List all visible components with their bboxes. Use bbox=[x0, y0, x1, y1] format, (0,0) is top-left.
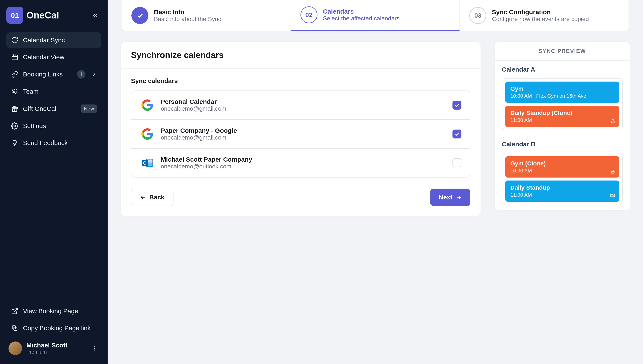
chevron-double-left-icon bbox=[92, 12, 99, 19]
link-icon bbox=[11, 70, 19, 78]
nav-calendar-sync[interactable]: Calendar Sync bbox=[6, 32, 101, 48]
calendar-row[interactable]: Personal Calendar onecaldemo@gmail.com bbox=[131, 91, 470, 119]
users-icon bbox=[11, 88, 19, 96]
step-sync-config[interactable]: 03 Sync Configuration Configure how the … bbox=[460, 0, 628, 31]
svg-point-1 bbox=[13, 89, 15, 92]
more-vertical-icon bbox=[91, 345, 97, 351]
view-booking-page[interactable]: View Booking Page bbox=[6, 303, 101, 319]
lock-icon bbox=[610, 169, 615, 174]
preview-card: SYNC PREVIEW Calendar A Gym 10:00 AM · F… bbox=[494, 42, 630, 211]
google-icon bbox=[140, 126, 155, 142]
event-group: Gym (Clone) 10:00 AM Daily Standup 11:00… bbox=[502, 153, 622, 205]
nav-label: Booking Links bbox=[23, 71, 63, 78]
sidebar-bottom: View Booking Page Copy Booking Page link… bbox=[6, 303, 101, 357]
main-card: Synchronize calendars Sync calendars Per… bbox=[120, 42, 481, 216]
preview-event: Gym (Clone) 10:00 AM bbox=[505, 156, 619, 178]
main: Basic Info Basic info about the Sync 02 … bbox=[108, 0, 643, 364]
user-name: Michael Scott bbox=[26, 342, 67, 349]
card-body: Sync calendars Personal Calendar onecald… bbox=[121, 69, 481, 216]
nav-label: Settings bbox=[23, 122, 46, 130]
nav-feedback[interactable]: Send Feedback bbox=[6, 135, 101, 151]
nav-label: View Booking Page bbox=[23, 308, 78, 315]
card-header: Synchronize calendars bbox=[121, 42, 481, 69]
svg-rect-17 bbox=[610, 194, 613, 197]
svg-point-7 bbox=[94, 346, 95, 347]
svg-text:O: O bbox=[143, 160, 147, 166]
calendar-checkbox[interactable] bbox=[453, 158, 461, 167]
calendar-checkbox[interactable] bbox=[453, 101, 461, 110]
outlook-icon: O bbox=[140, 156, 155, 170]
check-icon bbox=[454, 131, 460, 137]
calendar-row[interactable]: Paper Company - Google onecaldemo@gmail.… bbox=[131, 119, 470, 148]
step-sub: Configure how the events are copied bbox=[492, 16, 589, 22]
nav-label: Calendar Sync bbox=[23, 36, 65, 44]
nav-gift[interactable]: Gift OneCal New bbox=[6, 101, 101, 117]
event-group: Gym 10:00 AM · Flex Gym on 16th Ave Dail… bbox=[502, 78, 622, 130]
content-row: Synchronize calendars Sync calendars Per… bbox=[120, 42, 630, 216]
badge-count: 1 bbox=[77, 70, 86, 78]
logo[interactable]: 01 OneCal bbox=[6, 7, 59, 24]
lightbulb-icon bbox=[11, 139, 19, 147]
user-menu-button[interactable] bbox=[90, 344, 99, 353]
copy-booking-link[interactable]: Copy Booking Page link bbox=[6, 320, 101, 336]
preview-header: SYNC PREVIEW bbox=[495, 42, 630, 61]
nav-label: Gift OneCal bbox=[23, 105, 56, 112]
event-title: Gym bbox=[510, 85, 614, 92]
nav-settings[interactable]: Settings bbox=[6, 118, 101, 134]
nav-calendar-view[interactable]: Calendar View bbox=[6, 49, 101, 65]
calendar-checkbox[interactable] bbox=[453, 130, 461, 138]
svg-point-8 bbox=[94, 348, 95, 349]
calendar-list: Personal Calendar onecaldemo@gmail.com bbox=[131, 90, 470, 178]
step-calendars[interactable]: 02 Calendars Select the affected calenda… bbox=[291, 0, 460, 31]
back-button[interactable]: Back bbox=[131, 188, 173, 206]
lock-icon bbox=[610, 118, 615, 124]
calendar-icon bbox=[11, 53, 19, 61]
next-button[interactable]: Next bbox=[430, 188, 470, 206]
sidebar: 01 OneCal Calendar Sync Calendar View Bo… bbox=[0, 0, 108, 364]
calendar-name: Personal Calendar bbox=[161, 98, 227, 105]
step-number: 02 bbox=[300, 6, 317, 23]
svg-rect-0 bbox=[12, 55, 18, 60]
calendar-email: onecaldemo@outlook.com bbox=[161, 163, 252, 170]
event-meta: 11:00 AM bbox=[510, 192, 614, 198]
copy-icon bbox=[11, 324, 19, 332]
arrow-left-icon bbox=[140, 194, 146, 200]
step-titles: Calendars Select the affected calendars bbox=[323, 8, 400, 22]
back-label: Back bbox=[149, 194, 165, 201]
external-link-icon bbox=[11, 307, 19, 315]
google-icon bbox=[140, 98, 155, 112]
event-meta: 10:00 AM bbox=[510, 168, 614, 174]
calendar-texts: Paper Company - Google onecaldemo@gmail.… bbox=[161, 127, 237, 141]
section-label: Sync calendars bbox=[131, 77, 470, 84]
form-actions: Back Next bbox=[131, 188, 470, 206]
sync-icon bbox=[11, 36, 19, 44]
preview-section-title: Calendar B bbox=[495, 136, 630, 153]
chevron-right-icon bbox=[91, 72, 97, 77]
svg-point-4 bbox=[14, 125, 16, 127]
nav-label: Send Feedback bbox=[23, 139, 68, 146]
collapse-sidebar-button[interactable] bbox=[89, 9, 101, 21]
badge-new: New bbox=[81, 104, 97, 113]
logo-text: OneCal bbox=[26, 10, 59, 20]
event-meta: 10:00 AM · Flex Gym on 16th Ave bbox=[510, 93, 614, 99]
preview-event: Daily Standup 11:00 AM bbox=[505, 180, 619, 202]
preview-events: Gym (Clone) 10:00 AM Daily Standup 11:00… bbox=[495, 153, 630, 210]
check-icon bbox=[454, 102, 460, 108]
nav-booking-links[interactable]: Booking Links 1 bbox=[6, 66, 101, 82]
calendar-email: onecaldemo@gmail.com bbox=[161, 105, 227, 112]
avatar[interactable] bbox=[9, 342, 22, 355]
video-icon bbox=[610, 193, 615, 198]
arrow-right-icon bbox=[456, 194, 462, 200]
calendar-row[interactable]: O Michael Scott Paper Company onecaldemo… bbox=[131, 148, 470, 177]
nav-team[interactable]: Team bbox=[6, 84, 101, 100]
svg-point-9 bbox=[94, 350, 95, 350]
user-row: Michael Scott Premium bbox=[6, 337, 101, 357]
step-sub: Select the affected calendars bbox=[323, 15, 400, 22]
step-done-circle bbox=[131, 7, 148, 24]
step-basic-info[interactable]: Basic Info Basic info about the Sync bbox=[122, 0, 291, 31]
calendar-texts: Michael Scott Paper Company onecaldemo@o… bbox=[161, 156, 252, 170]
nav-label: Copy Booking Page link bbox=[23, 324, 91, 332]
check-icon bbox=[136, 12, 144, 19]
nav-label: Team bbox=[23, 88, 39, 95]
svg-rect-16 bbox=[611, 172, 614, 173]
